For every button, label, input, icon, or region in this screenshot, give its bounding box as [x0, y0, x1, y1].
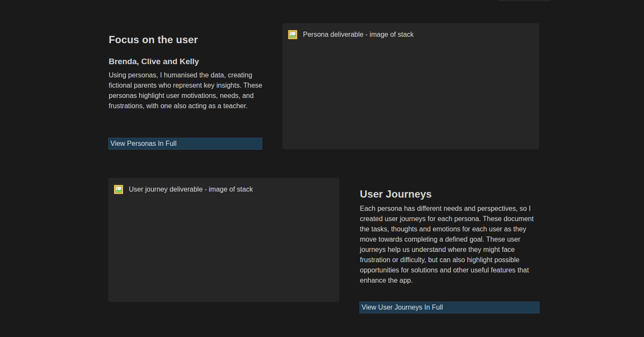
persona-deliverable-card[interactable]: Persona deliverable - image of stack — [282, 23, 539, 149]
view-personas-button[interactable]: View Personas In Full — [108, 138, 262, 150]
user-journeys-section-title: User Journeys — [360, 188, 540, 201]
framed-picture-icon — [288, 30, 297, 39]
top-partial-element — [499, 0, 551, 2]
personas-section-title: Focus on the user — [109, 33, 280, 46]
user-journey-card-label: User journey deliverable - image of stac… — [129, 186, 253, 193]
persona-card-header: Persona deliverable - image of stack — [282, 23, 539, 39]
personas-section-body: Using personas, I humanised the data, cr… — [109, 70, 264, 111]
persona-card-label: Persona deliverable - image of stack — [303, 31, 414, 38]
personas-section-subtitle: Brenda, Clive and Kelly — [109, 56, 280, 67]
page: Focus on the user Brenda, Clive and Kell… — [0, 0, 644, 337]
user-journeys-section-body: Each persona has different needs and per… — [360, 204, 540, 286]
view-user-journeys-button[interactable]: View User Journeys In Full — [359, 302, 540, 313]
framed-picture-icon — [114, 185, 123, 194]
user-journey-deliverable-card[interactable]: User journey deliverable - image of stac… — [108, 178, 339, 302]
user-journey-card-header: User journey deliverable - image of stac… — [108, 178, 339, 194]
